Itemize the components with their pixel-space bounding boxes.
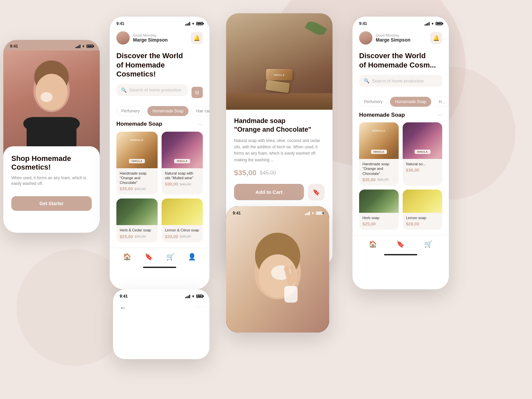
product-card-5-2[interactable]: INNULA Natural so... $30,00 <box>403 122 442 186</box>
product-card-3[interactable]: Herb & Cedar soap $25,00 $35,00 <box>116 199 158 242</box>
leaf-decoration <box>305 19 327 38</box>
brand-label-5-2: INNULA <box>414 150 430 154</box>
back-button[interactable]: ← <box>120 304 126 312</box>
nav-home-5[interactable]: 🏠 <box>369 240 377 248</box>
price-new-3: $25,00 <box>120 234 133 239</box>
search-bar-5[interactable]: 🔍 Search of home production <box>359 75 442 87</box>
avatar <box>116 31 130 45</box>
splash-subtitle: When used, it forms an airy foam, which … <box>11 175 92 187</box>
category-tabs: Perfumery Homemade Soap Hair care Device… <box>110 106 209 121</box>
greeting: Good Morning <box>133 33 168 37</box>
category-hair-5[interactable]: H... <box>434 97 449 107</box>
section-header-5: Homemade Soap ··· <box>352 111 449 122</box>
product-name-1: Handmade soap "Orange and Chocolate" <box>120 171 154 185</box>
status-icons-2: ▾ <box>185 22 203 26</box>
greeting-5: Good Morning <box>376 33 410 37</box>
product-card-5-4[interactable]: Lemon soap $28,00 <box>403 190 442 230</box>
product-card-5-3[interactable]: Herb soap $25,00 <box>359 190 399 230</box>
battery-4 <box>316 211 323 215</box>
category-hair-care[interactable]: Hair care <box>191 106 209 116</box>
nav-profile[interactable]: 👤 <box>188 253 196 261</box>
product-prices-1: $35,00 $45,00 <box>120 186 154 191</box>
hero-title-5: Discover the Worldof Homemade Cosm... <box>359 51 442 69</box>
more-icon-5[interactable]: ··· <box>437 111 442 118</box>
svg-point-6 <box>60 117 80 130</box>
nav-bookmark[interactable]: 🔖 <box>145 253 153 261</box>
search-icon-5: 🔍 <box>364 78 369 83</box>
battery-bd <box>196 295 203 298</box>
search-bar[interactable]: 🔍 Search of home production <box>116 84 188 96</box>
product-prices-3: $25,00 $35,00 <box>120 234 154 239</box>
category-soap-5[interactable]: Homemade Soap <box>390 97 431 107</box>
time-1: 9:41 <box>10 44 18 49</box>
product-image-1: INNULA <box>116 132 158 168</box>
battery-2 <box>196 22 203 25</box>
wifi-1: ▾ <box>82 44 84 49</box>
hero-section: Discover the Worldof Homemade Cosmetics!… <box>110 49 209 106</box>
nav-home[interactable]: 🏠 <box>123 253 131 261</box>
status-icons-5: ▾ <box>425 22 442 26</box>
phone-bottom-detail: 9:41 ▾ ← ··· <box>113 289 209 359</box>
price-old-4: $38,00 <box>180 234 191 238</box>
signal-4 <box>305 211 310 215</box>
price-new-5-3: $25,00 <box>362 221 376 226</box>
price-old-1: $45,00 <box>135 187 146 191</box>
section-title-5: Homemade Soap <box>359 112 405 118</box>
nav-cart-5[interactable]: 🛒 <box>424 240 433 248</box>
price-new-2: $30,00 <box>165 182 178 187</box>
user-text: Good Morning Marge Simpson <box>133 33 168 43</box>
battery-5 <box>436 22 442 25</box>
price-new-5-4: $28,00 <box>406 221 419 226</box>
splash-content: Shop HomemadeCosmetics! When used, it fo… <box>3 146 100 233</box>
category-perfumery[interactable]: Perfumery <box>116 106 145 116</box>
home-indicator-5 <box>384 254 417 255</box>
product-info-5-4: Lemon soap $28,00 <box>403 213 442 230</box>
product-card-2[interactable]: INNULA Natural soap with oils "Mulled wi… <box>162 132 203 195</box>
product-image-5-1: INNULA <box>359 122 399 159</box>
more-button[interactable]: ··· <box>197 304 203 312</box>
notification-button[interactable]: 🔔 <box>191 32 203 44</box>
more-icon[interactable]: ··· <box>198 121 203 128</box>
category-homemade-soap[interactable]: Homemade Soap <box>147 106 188 116</box>
price-old-2: $40,00 <box>180 182 191 186</box>
soap-stack: INNULA <box>266 68 293 91</box>
svg-rect-15 <box>284 286 298 303</box>
signal-bd <box>185 294 190 298</box>
avatar-5 <box>359 31 372 45</box>
product-info-5-3: Herb soap $25,00 <box>359 213 399 230</box>
price-new-1: $35,00 <box>120 186 133 191</box>
bookmark-button[interactable]: 🔖 <box>308 184 325 200</box>
product-name-5-4: Lemon soap <box>406 215 439 220</box>
products-grid: INNULA Handmade soap "Orange and Chocola… <box>110 132 209 248</box>
product-info-2: Natural soap with oils "Mulled wine" $30… <box>162 168 203 190</box>
get-starter-button[interactable]: Get Starter <box>11 196 92 211</box>
detail-price-new: $35,00 <box>234 169 256 177</box>
filter-icon: ⊟ <box>195 90 199 95</box>
product-prices-5-2: $30,00 <box>406 168 439 173</box>
category-perfumery-5[interactable]: Perfumery <box>359 97 387 107</box>
soap-1: INNULA <box>266 69 293 80</box>
product-card-4[interactable]: Lemon & Citrus soap $28,00 $38,00 <box>162 199 203 242</box>
product-name-3: Herb & Cedar soap <box>120 228 154 232</box>
products-grid-5: INNULA Handmade soap "Orange and Chocola… <box>352 122 449 235</box>
price-new-4: $28,00 <box>165 234 178 239</box>
status-bar-2: 9:41 ▾ <box>110 17 209 29</box>
price-new-5-1: $35,00 <box>362 177 376 182</box>
phone-woman-cream: 9:41 ▾ <box>226 206 329 332</box>
nav-cart[interactable]: 🛒 <box>166 253 175 261</box>
phone-home-right: 9:41 ▾ Good Morning Marge Simpson 🔔 Disc… <box>352 17 449 289</box>
product-info-1: Handmade soap "Orange and Chocolate" $35… <box>116 168 158 195</box>
nav-bookmark-5[interactable]: 🔖 <box>396 240 405 248</box>
search-placeholder: Search of home production <box>129 87 183 92</box>
add-to-cart-button[interactable]: Add to Cart <box>234 184 304 200</box>
product-card-5-1[interactable]: INNULA Handmade soap "Orange and Chocola… <box>359 122 399 186</box>
status-bar-1: 9:41 ▾ <box>3 40 100 51</box>
time-bd: 9:41 <box>120 294 128 299</box>
notification-button-5[interactable]: 🔔 <box>430 32 442 44</box>
svg-point-4 <box>41 92 53 102</box>
detail-nav-bar: ← ··· <box>113 301 209 314</box>
product-image-5-3 <box>359 190 399 213</box>
filter-button[interactable]: ⊟ <box>192 87 203 98</box>
product-card-1[interactable]: INNULA Handmade soap "Orange and Chocola… <box>116 132 158 195</box>
product-info-5-1: Handmade soap "Orange and Chocolate" $35… <box>359 159 399 186</box>
